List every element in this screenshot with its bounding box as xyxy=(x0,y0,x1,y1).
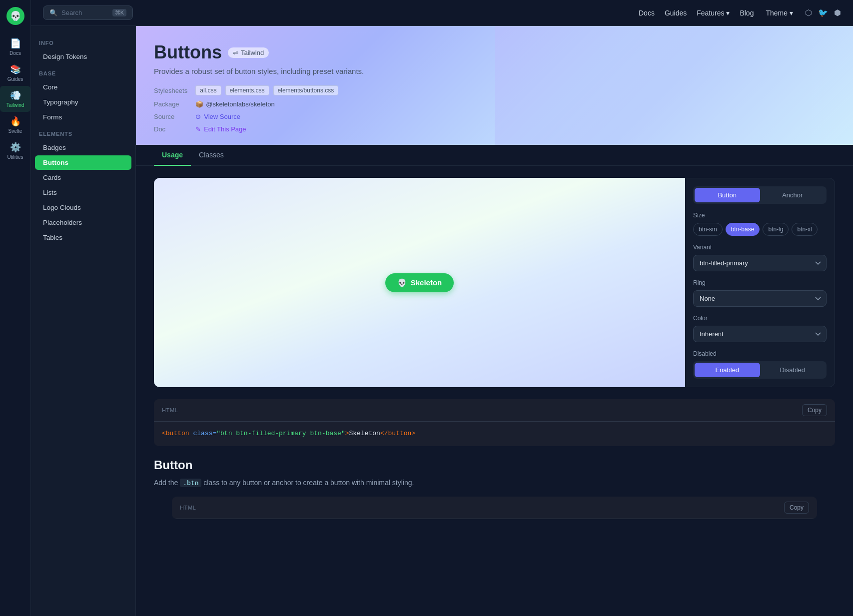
app-container: 🔍 Search ⌘K Docs Guides Features ▾ Blog … xyxy=(31,0,853,616)
theme-button[interactable]: Theme ▾ xyxy=(766,9,793,17)
nav-features[interactable]: Features ▾ xyxy=(697,9,730,17)
source-value: ⊙ View Source xyxy=(195,113,835,120)
tabs-bar: Usage Classes xyxy=(136,145,853,166)
btn-class-inline: .btn xyxy=(180,479,201,487)
nav-item-utilities[interactable]: ⚙️ Utilities xyxy=(0,138,30,164)
package-value: 📦 @skeletonlabs/skeleton xyxy=(195,100,835,108)
code-lang-label: HTML xyxy=(162,407,178,413)
code-close-tag: </button> xyxy=(380,430,415,437)
package-badge: 📦 @skeletonlabs/skeleton xyxy=(195,100,275,108)
search-icon: 🔍 xyxy=(49,9,57,16)
tab-usage[interactable]: Usage xyxy=(154,145,191,166)
size-btn-sm[interactable]: btn-sm xyxy=(693,223,723,236)
sidebar-item-core[interactable]: Core xyxy=(35,80,131,94)
nav-item-tailwind[interactable]: 💨 Tailwind xyxy=(0,86,30,112)
tab-classes[interactable]: Classes xyxy=(191,145,232,166)
preview-button[interactable]: 💀 Skeleton xyxy=(385,273,454,292)
sidebar-item-badges[interactable]: Badges xyxy=(35,140,131,155)
docs-icon: 📄 xyxy=(10,38,21,49)
css-tag-all[interactable]: all.css xyxy=(195,85,221,95)
tailwind-icon: 💨 xyxy=(10,90,21,101)
interactive-section: 💀 Skeleton Button Anchor Size btn-sm xyxy=(154,178,835,387)
size-btn-xl[interactable]: btn-xl xyxy=(792,223,817,236)
sidebar-item-tables[interactable]: Tables xyxy=(35,230,131,245)
size-label: Size xyxy=(693,212,827,219)
disabled-label: Disabled xyxy=(693,350,827,357)
code-class-attr: class= xyxy=(193,430,216,437)
search-shortcut: ⌘K xyxy=(112,9,126,16)
icon-nav: 💀 📄 Docs 📚 Guides 💨 Tailwind 🔥 Svelte ⚙️… xyxy=(0,0,31,616)
top-header: 🔍 Search ⌘K Docs Guides Features ▾ Blog … xyxy=(31,0,853,26)
variant-label: Variant xyxy=(693,244,827,251)
css-tag-elements[interactable]: elements.css xyxy=(225,85,269,95)
sidebar-item-lists[interactable]: Lists xyxy=(35,185,131,200)
css-tag-buttons[interactable]: elements/buttons.css xyxy=(273,85,339,95)
variant-select[interactable]: btn-filled-primarybtn-filled-secondarybt… xyxy=(693,255,827,271)
sidebar-item-design-tokens[interactable]: Design Tokens xyxy=(35,49,131,64)
sidebar-item-placeholders[interactable]: Placeholders xyxy=(35,215,131,230)
guides-icon: 📚 xyxy=(10,64,21,75)
code-body: <button class="btn btn-filled-primary bt… xyxy=(154,422,835,446)
package-label: Package xyxy=(154,100,187,108)
copy-button[interactable]: Copy xyxy=(802,404,827,416)
size-btn-base[interactable]: btn-base xyxy=(726,223,760,236)
discord-icon[interactable]: ⬡ xyxy=(805,8,812,17)
page-header: Buttons ⇌ Tailwind Provides a robust set… xyxy=(136,26,853,145)
edit-page-link[interactable]: ✎ Edit This Page xyxy=(195,125,246,133)
code-text-content: Skeleton xyxy=(349,430,380,437)
color-label: Color xyxy=(693,315,827,322)
code-header-bottom: HTML Copy xyxy=(172,497,817,519)
stylesheets-value: all.css elements.css elements/buttons.cs… xyxy=(195,85,835,95)
chevron-down-icon: ▾ xyxy=(790,9,793,17)
enabled-btn[interactable]: Enabled xyxy=(695,363,760,377)
copy-button-bottom[interactable]: Copy xyxy=(784,502,809,514)
disabled-btn[interactable]: Disabled xyxy=(760,363,826,377)
github-circle-icon: ⊙ xyxy=(195,113,201,120)
sidebar-section-info: INFO xyxy=(31,34,135,49)
size-btn-lg[interactable]: btn-lg xyxy=(763,223,789,236)
content-area: INFO Design Tokens BASE Core Typography … xyxy=(31,26,853,616)
nav-guides[interactable]: Guides xyxy=(665,9,687,17)
sidebar-item-typography[interactable]: Typography xyxy=(35,95,131,109)
sidebar-section-elements: ELEMENTS xyxy=(31,125,135,140)
toggle-button-type[interactable]: Button xyxy=(695,188,760,202)
sidebar-item-forms[interactable]: Forms xyxy=(35,110,131,124)
social-icons: ⬡ 🐦 ⬢ xyxy=(805,8,841,17)
stylesheets-label: Stylesheets xyxy=(154,87,187,94)
doc-section-desc: Add the .btn class to any button or anch… xyxy=(154,477,835,489)
chevron-down-icon: ▾ xyxy=(726,9,730,17)
page-subtitle: Provides a robust set of button styles, … xyxy=(154,67,835,75)
view-source-link[interactable]: ⊙ View Source xyxy=(195,113,240,120)
toggle-anchor-type[interactable]: Anchor xyxy=(760,188,826,202)
nav-item-docs[interactable]: 📄 Docs xyxy=(0,34,30,60)
doc-section-title: Button xyxy=(154,458,835,472)
page-title: Buttons xyxy=(154,42,222,63)
svg-text:💀: 💀 xyxy=(10,10,21,21)
package-icon: 📦 xyxy=(195,100,203,108)
page-title-row: Buttons ⇌ Tailwind xyxy=(154,42,835,63)
edit-icon: ✎ xyxy=(195,125,201,133)
nav-docs[interactable]: Docs xyxy=(639,9,655,17)
twitter-icon[interactable]: 🐦 xyxy=(818,8,828,17)
preview-panel: 💀 Skeleton xyxy=(154,178,685,387)
code-block-main: HTML Copy <button class="btn btn-filled-… xyxy=(154,399,835,446)
doc-button-section: Button Add the .btn class to any button … xyxy=(136,458,853,547)
github-icon[interactable]: ⬢ xyxy=(834,8,841,17)
utilities-icon: ⚙️ xyxy=(10,142,21,153)
sidebar-item-buttons[interactable]: Buttons xyxy=(35,155,131,170)
code-header: HTML Copy xyxy=(154,399,835,422)
ring-select[interactable]: NoneRing 1Ring 2 xyxy=(693,290,827,307)
code-lang-bottom: HTML xyxy=(180,505,196,511)
sidebar-item-logo-clouds[interactable]: Logo Clouds xyxy=(35,200,131,215)
nav-item-guides[interactable]: 📚 Guides xyxy=(0,60,30,86)
code-close-open: > xyxy=(345,430,349,437)
color-select[interactable]: InherentPrimarySecondary xyxy=(693,326,827,342)
nav-item-svelte[interactable]: 🔥 Svelte xyxy=(0,112,30,138)
nav-blog[interactable]: Blog xyxy=(740,9,754,17)
sidebar: INFO Design Tokens BASE Core Typography … xyxy=(31,26,136,616)
search-bar[interactable]: 🔍 Search ⌘K xyxy=(43,5,133,20)
ring-label: Ring xyxy=(693,279,827,286)
sidebar-item-cards[interactable]: Cards xyxy=(35,170,131,185)
logo[interactable]: 💀 xyxy=(5,6,25,26)
source-label: Source xyxy=(154,113,187,120)
